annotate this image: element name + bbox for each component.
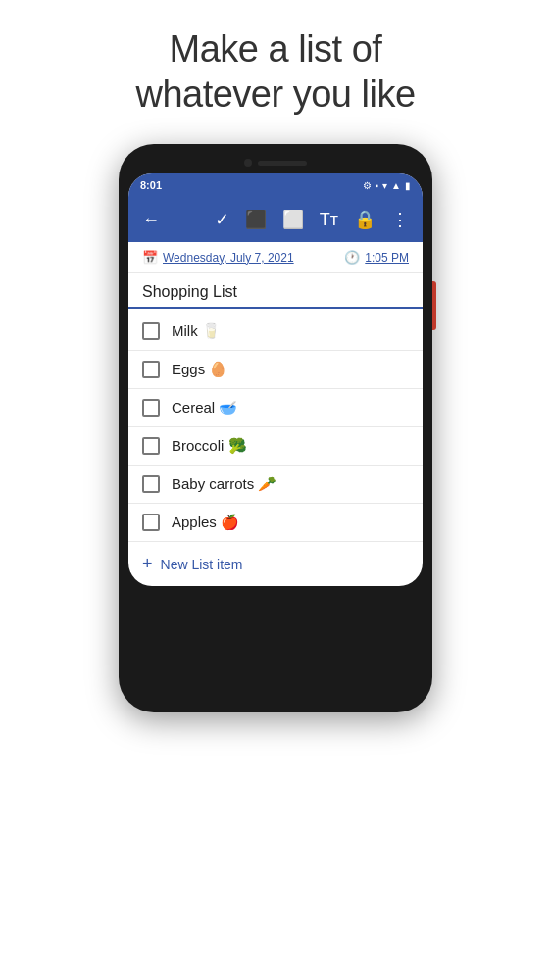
phone-mockup: 8:01 ⚙ ▪ ▾ ▲ ▮ ← ✓ ⬛ ⬜ Tт 🔒 ⋮	[89, 144, 462, 712]
battery-full-icon: ▮	[405, 180, 411, 191]
list-item: Milk 🥛	[128, 313, 423, 351]
item-label-eggs: Eggs 🥚	[172, 361, 409, 378]
headline: Make a list of whatever you like	[96, 0, 454, 140]
add-item-row[interactable]: + New List item	[128, 542, 423, 586]
toolbar-right: ✓ ⬛ ⬜ Tт 🔒 ⋮	[215, 209, 409, 230]
settings-icon: ⚙	[363, 180, 372, 191]
status-bar: 8:01 ⚙ ▪ ▾ ▲ ▮	[128, 173, 423, 197]
battery-icon: ▪	[376, 180, 379, 191]
checkbox-apples[interactable]	[142, 514, 160, 531]
headline-line1: Make a list of	[170, 28, 382, 70]
wifi-icon: ▾	[382, 180, 387, 191]
status-icons: ⚙ ▪ ▾ ▲ ▮	[363, 180, 411, 191]
phone-body: 8:01 ⚙ ▪ ▾ ▲ ▮ ← ✓ ⬛ ⬜ Tт 🔒 ⋮	[119, 144, 432, 712]
camera-icon	[244, 159, 252, 167]
camera-button[interactable]: ⬜	[282, 209, 304, 230]
checkbox-cereal[interactable]	[142, 399, 160, 416]
list-title-area[interactable]	[128, 273, 423, 309]
checkbox-baby-carrots[interactable]	[142, 475, 160, 493]
item-label-cereal: Cereal 🥣	[172, 399, 409, 416]
date-label[interactable]: Wednesday, July 7, 2021	[163, 251, 294, 265]
toolbar: ← ✓ ⬛ ⬜ Tт 🔒 ⋮	[128, 197, 423, 242]
back-button[interactable]: ←	[142, 210, 160, 230]
list-title-input[interactable]	[142, 283, 409, 301]
add-item-label[interactable]: New List item	[161, 557, 243, 572]
phone-notch	[128, 154, 423, 172]
list-item: Cereal 🥣	[128, 389, 423, 427]
item-label-broccoli: Broccoli 🥦	[172, 437, 409, 455]
list-item: Eggs 🥚	[128, 351, 423, 389]
clock-icon: 🕐	[344, 250, 360, 265]
datetime-bar: 📅 Wednesday, July 7, 2021 🕐 1:05 PM	[128, 242, 423, 273]
lock-button[interactable]: 🔒	[354, 209, 376, 230]
list-items: Milk 🥛 Eggs 🥚 Cereal 🥣 Broccoli 🥦 Ba	[128, 313, 423, 542]
check-button[interactable]: ✓	[215, 209, 229, 230]
list-item: Broccoli 🥦	[128, 427, 423, 466]
time-section[interactable]: 🕐 1:05 PM	[344, 250, 409, 265]
add-plus-icon: +	[142, 554, 153, 574]
item-label-baby-carrots: Baby carrots 🥕	[172, 475, 409, 493]
text-format-button[interactable]: Tт	[320, 210, 338, 230]
calendar-icon: 📅	[142, 250, 158, 265]
checkbox-eggs[interactable]	[142, 361, 160, 378]
checkbox-milk[interactable]	[142, 322, 160, 340]
phone-screen: 8:01 ⚙ ▪ ▾ ▲ ▮ ← ✓ ⬛ ⬜ Tт 🔒 ⋮	[128, 173, 423, 586]
more-button[interactable]: ⋮	[391, 209, 409, 230]
speaker-bar	[258, 161, 307, 166]
headline-line2: whatever you like	[135, 74, 415, 115]
list-item: Apples 🍎	[128, 504, 423, 542]
list-item: Baby carrots 🥕	[128, 466, 423, 504]
image-button[interactable]: ⬛	[245, 209, 267, 230]
item-label-apples: Apples 🍎	[172, 514, 409, 531]
status-time: 8:01	[140, 179, 162, 191]
date-section[interactable]: 📅 Wednesday, July 7, 2021	[142, 250, 294, 265]
checkbox-broccoli[interactable]	[142, 437, 160, 455]
time-label[interactable]: 1:05 PM	[365, 251, 409, 265]
signal-icon: ▲	[391, 180, 401, 191]
item-label-milk: Milk 🥛	[172, 322, 409, 340]
